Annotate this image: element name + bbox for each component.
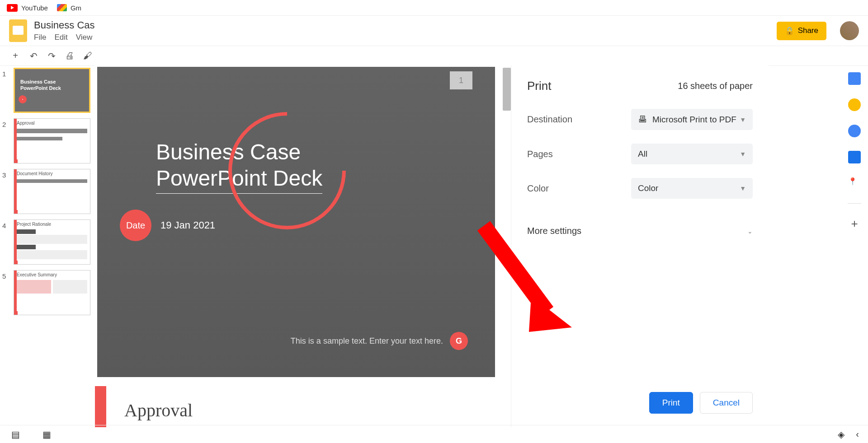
bookmark-label: YouTube [21,4,48,12]
sheets-count: 16 sheets of paper [678,81,753,91]
g-badge: G [450,332,468,350]
slide-thumb-5[interactable]: 5 Executive Summary [2,270,93,315]
chevron-down-icon: ⌄ [747,228,753,235]
slide-thumb-2[interactable]: 2 Approval [2,118,93,163]
print-actions: Print Cancel [527,383,753,414]
date-value: 19 Jan 2021 [160,219,215,231]
contacts-icon[interactable] [848,151,861,163]
share-icon: 🔒 [785,26,794,36]
scrollbar[interactable] [503,68,511,111]
slide-thumb-1[interactable]: 1 Business Case PowerPoint Deck • [2,68,93,113]
share-label: Share [798,26,818,35]
maps-icon[interactable]: 📍 [848,177,861,190]
slide-panel[interactable]: 1 Business Case PowerPoint Deck • 2 Appr… [0,65,95,443]
explore-icon[interactable]: ◈ [838,429,844,440]
right-sidebar: 📍 + [841,65,868,230]
printer-icon: 🖶 [638,114,647,125]
redo-button[interactable]: ↷ [45,50,58,62]
share-button[interactable]: 🔒 Share [777,22,826,40]
keep-icon[interactable] [848,98,861,111]
doc-info: Business Cas File Edit View [34,19,770,42]
date-badge: Date [120,210,151,241]
filmstrip-view-icon[interactable]: ▤ [11,429,20,440]
user-avatar[interactable] [840,21,859,40]
chevron-left-icon[interactable]: ‹ [856,429,859,439]
menu-view[interactable]: View [76,33,93,42]
print-dialog: 1 Business Case PowerPoint Deck Date 19 … [95,65,769,427]
paint-format-button[interactable]: 🖌 [81,50,94,62]
setting-destination: Destination 🖶Microsoft Print to PDF ▼ [527,109,753,130]
cancel-button[interactable]: Cancel [700,392,753,414]
tasks-icon[interactable] [848,125,861,137]
destination-select[interactable]: 🖶Microsoft Print to PDF ▼ [631,109,753,130]
calendar-icon[interactable] [848,72,861,85]
print-dialog-title: Print [527,79,551,93]
toolbar: + ↶ ↷ 🖨 🖌 [0,46,868,66]
print-preview[interactable]: 1 Business Case PowerPoint Deck Date 19 … [95,65,511,427]
gmail-icon [57,4,67,11]
menu-file[interactable]: File [34,33,46,42]
color-select[interactable]: Color ▼ [631,178,753,199]
slide-footer: This is a sample text. Enter your text h… [291,332,468,350]
bottom-bar: ▤ ▦ ◈ ‹ [0,425,868,443]
slides-logo-icon[interactable] [9,19,27,42]
bookmark-gmail[interactable]: Gm [57,4,81,12]
undo-button[interactable]: ↶ [27,50,40,62]
chevron-down-icon: ▼ [740,185,746,192]
preview-page-2: Approval Author Date: Signature: Sample … [97,386,495,427]
document-title[interactable]: Business Cas [34,19,770,31]
print-settings-panel: Print 16 sheets of paper Destination 🖶Mi… [511,65,769,427]
bookmarks-bar: YouTube Gm [0,0,868,16]
add-icon[interactable]: + [848,217,861,230]
setting-pages: Pages All ▼ [527,144,753,164]
grid-view-icon[interactable]: ▦ [42,429,51,440]
slide-thumb-4[interactable]: 4 Project Rationale [2,219,93,265]
approval-title: Approval [124,400,481,421]
print-button[interactable]: Print [649,392,693,414]
app-header: Business Cas File Edit View 🔒 Share [0,16,868,46]
setting-color: Color Color ▼ [527,178,753,199]
chevron-down-icon: ▼ [740,150,746,158]
page-number-badge: 1 [450,71,472,89]
preview-page-1: 1 Business Case PowerPoint Deck Date 19 … [97,67,495,377]
print-button[interactable]: 🖨 [63,50,76,62]
youtube-icon [7,4,18,12]
bookmark-label: Gm [71,4,81,12]
pages-select[interactable]: All ▼ [631,144,753,164]
menu-edit[interactable]: Edit [54,33,67,42]
bookmark-youtube[interactable]: YouTube [7,4,48,12]
new-slide-button[interactable]: + [9,50,22,62]
menu-bar: File Edit View [34,33,770,42]
chevron-down-icon: ▼ [740,116,746,123]
slide-thumb-3[interactable]: 3 Document History [2,169,93,214]
main-content: 1 Business Case PowerPoint Deck • 2 Appr… [0,65,868,443]
more-settings-toggle[interactable]: More settings ⌄ [527,219,753,243]
